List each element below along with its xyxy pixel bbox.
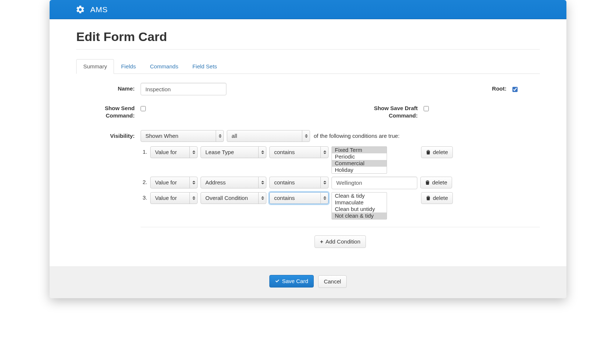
content-area: Edit Form Card Summary Fields Commands F… [50, 19, 566, 248]
list-option[interactable]: Immaculate [332, 199, 387, 206]
tab-commands[interactable]: Commands [143, 59, 185, 74]
list-option[interactable]: Clean & tidy [332, 193, 387, 199]
tab-field-sets[interactable]: Field Sets [185, 59, 224, 74]
trash-icon [426, 195, 431, 200]
condition-operator-select[interactable]: contains [269, 177, 329, 188]
tab-summary[interactable]: Summary [76, 59, 114, 74]
add-condition-button[interactable]: + Add Condition [314, 235, 366, 248]
condition-value-list[interactable]: Clean & tidy Immaculate Clean but untidy… [331, 192, 387, 220]
condition-subject-select[interactable]: Value for [150, 177, 198, 188]
condition-field-select[interactable]: Address [201, 177, 266, 188]
add-condition-label: Add Condition [326, 238, 360, 245]
delete-label: delete [433, 149, 448, 155]
list-option[interactable]: Clean but untidy [332, 206, 387, 212]
title-divider [76, 49, 540, 50]
conditions-block: 1. Value for Lease Type contains [141, 146, 540, 220]
show-save-draft-checkbox[interactable] [424, 106, 429, 111]
name-input[interactable] [141, 83, 226, 95]
delete-label: delete [432, 179, 447, 186]
condition-value-list[interactable]: Fixed Term Periodic Commercial Holiday [331, 146, 387, 174]
tab-bar: Summary Fields Commands Field Sets [76, 59, 540, 74]
page-title: Edit Form Card [76, 30, 540, 44]
cancel-label: Cancel [324, 278, 341, 285]
gear-logo-icon [75, 5, 85, 14]
save-card-button[interactable]: Save Card [269, 275, 314, 288]
list-option[interactable]: Commercial [332, 160, 387, 167]
show-send-label: Show Send Command: [76, 102, 141, 120]
navbar: AMS [50, 0, 566, 19]
condition-subject-select[interactable]: Value for [150, 146, 198, 158]
condition-subject-select[interactable]: Value for [150, 192, 198, 204]
row-show-commands: Show Send Command: Show Save Draft Comma… [76, 102, 540, 120]
condition-field-select[interactable]: Lease Type [201, 146, 266, 158]
delete-condition-button[interactable]: delete [421, 146, 453, 158]
app-window: AMS Edit Form Card Summary Fields Comman… [50, 0, 566, 298]
condition-operator-select[interactable]: contains [269, 192, 329, 204]
list-option[interactable]: Holiday [332, 167, 387, 173]
list-option[interactable]: Not clean & tidy [332, 212, 387, 219]
plus-icon: + [320, 238, 323, 245]
trash-icon [425, 180, 430, 185]
form-region: Name: Root: Show Send Command: Show Save… [76, 83, 540, 248]
condition-number: 3. [141, 192, 147, 201]
condition-operator-select[interactable]: contains [269, 146, 329, 158]
condition-row: 1. Value for Lease Type contains [141, 146, 540, 174]
visibility-mode-select[interactable]: Shown When [141, 130, 224, 142]
show-save-draft-label: Show Save Draft Command: [364, 102, 424, 120]
root-label: Root: [492, 83, 512, 92]
delete-condition-button[interactable]: delete [421, 192, 453, 204]
name-label: Name: [76, 83, 141, 92]
list-option[interactable]: Periodic [332, 153, 387, 160]
condition-row: 2. Value for Address contains [141, 177, 540, 189]
condition-value-input[interactable] [331, 177, 417, 189]
root-checkbox[interactable] [512, 87, 518, 92]
condition-field-select[interactable]: Overall Condition [201, 192, 266, 204]
condition-number: 2. [141, 177, 147, 185]
footer-bar: Save Card Cancel [50, 266, 566, 298]
row-visibility: Visibility: Shown When all of the follow… [76, 130, 540, 248]
row-name: Name: Root: [76, 83, 540, 95]
tab-fields[interactable]: Fields [114, 59, 143, 74]
show-send-checkbox[interactable] [141, 106, 146, 111]
condition-number: 1. [141, 146, 147, 155]
root-block: Root: [492, 83, 518, 92]
delete-label: delete [433, 195, 448, 201]
add-condition-wrap: + Add Condition [141, 227, 540, 248]
brand-name: AMS [90, 5, 108, 14]
cancel-button[interactable]: Cancel [318, 275, 347, 288]
condition-row: 3. Value for Overall Condition contains [141, 192, 540, 220]
save-card-label: Save Card [282, 278, 308, 284]
delete-condition-button[interactable]: delete [420, 177, 452, 188]
visibility-trail-text: of the following conditions are true: [313, 133, 400, 139]
trash-icon [426, 150, 431, 154]
visibility-line: Shown When all of the following conditio… [141, 130, 540, 142]
visibility-quantifier-select[interactable]: all [227, 130, 310, 142]
list-option[interactable]: Fixed Term [332, 147, 387, 153]
check-icon [275, 279, 280, 283]
visibility-label: Visibility: [76, 130, 141, 139]
